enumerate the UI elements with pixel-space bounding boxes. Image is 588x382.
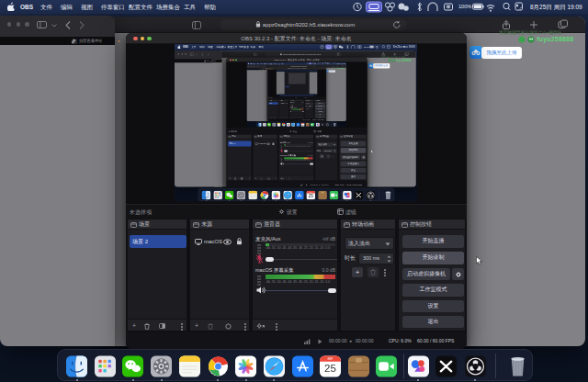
svg-text:100%: 100% <box>364 46 369 48</box>
svg-text:8月: 8月 <box>328 356 334 361</box>
svg-text:100%: 100% <box>458 4 471 9</box>
svg-text:25: 25 <box>302 124 304 126</box>
svg-text:25: 25 <box>324 363 336 374</box>
svg-text:100%: 100% <box>324 62 327 63</box>
svg-text:25: 25 <box>309 194 314 198</box>
